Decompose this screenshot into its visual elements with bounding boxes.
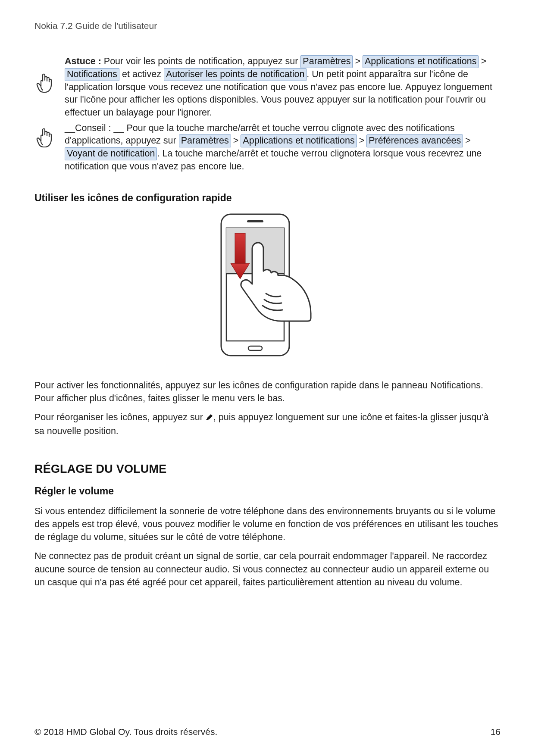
tip-block-astuce: Astuce : Pour voir les points de notific… (34, 55, 501, 119)
text: Pour voir les points de notification, ap… (101, 56, 301, 66)
settings-highlight: Paramètres (179, 134, 231, 147)
copyright-text: © 2018 HMD Global Oy. Tous droits réserv… (34, 727, 217, 737)
page-header: Nokia 7.2 Guide de l'utilisateur (34, 21, 501, 31)
quick-icons-heading: Utiliser les icônes de configuration rap… (34, 192, 501, 204)
tip-label: Astuce : (65, 56, 101, 66)
svg-rect-6 (235, 233, 245, 263)
tip-block-conseil: __Conseil : __ Pour que la touche marche… (34, 122, 501, 173)
volume-heading: RÉGLAGE DU VOLUME (34, 462, 501, 476)
paragraph: Ne connectez pas de produit créant un si… (34, 550, 501, 588)
separator: > (463, 134, 473, 147)
separator: > (353, 55, 363, 68)
advanced-prefs-highlight: Préférences avancées (366, 134, 463, 147)
page-number: 16 (491, 727, 501, 737)
paragraph: Pour activer les fonctionnalités, appuye… (34, 379, 501, 405)
settings-highlight: Paramètres (300, 55, 353, 68)
text: et activez (119, 69, 164, 79)
page-footer: © 2018 HMD Global Oy. Tous droits réserv… (34, 727, 501, 737)
pen-edit-icon (206, 412, 213, 425)
hand-point-up-icon (34, 122, 55, 150)
allow-dots-highlight: Autoriser les points de notification (164, 68, 307, 81)
paragraph: Si vous entendez difficilement la sonner… (34, 505, 501, 544)
adjust-volume-heading: Régler le volume (34, 485, 501, 497)
separator: > (479, 55, 488, 68)
separator: > (231, 134, 241, 147)
apps-notifications-highlight: Applications et notifications (363, 55, 479, 68)
notification-light-highlight: Voyant de notification (65, 147, 157, 160)
text: Pour réorganiser les icônes, appuyez sur (34, 412, 206, 422)
tip-text: Astuce : Pour voir les points de notific… (65, 55, 501, 119)
paragraph: Pour réorganiser les icônes, appuyez sur… (34, 411, 501, 437)
hand-point-up-icon (34, 55, 55, 95)
svg-rect-1 (247, 220, 263, 222)
apps-notifications-highlight: Applications et notifications (241, 134, 357, 147)
tip-text: __Conseil : __ Pour que la touche marche… (65, 122, 501, 173)
notifications-highlight: Notifications (65, 68, 119, 81)
separator: > (357, 134, 367, 147)
phone-swipe-down-illustration (34, 212, 501, 369)
